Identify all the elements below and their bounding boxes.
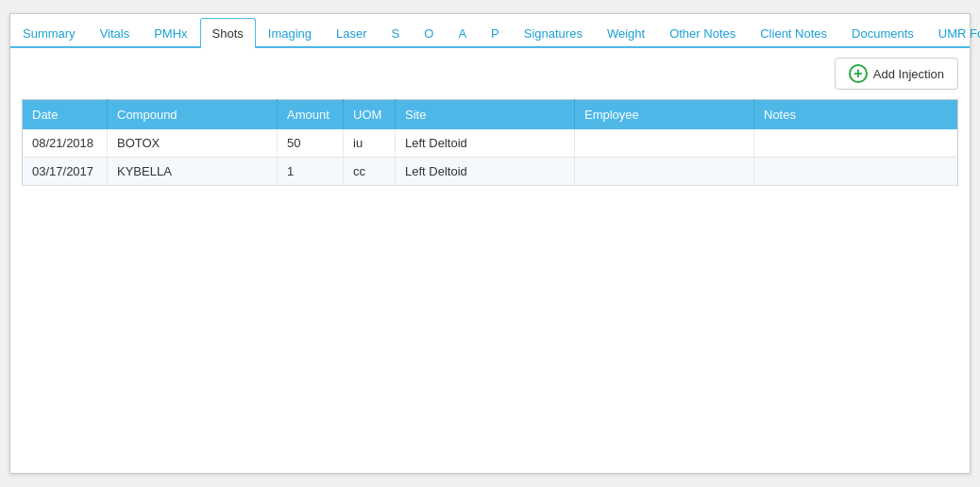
cell-employee (575, 129, 754, 158)
cell-uom: cc (344, 158, 396, 186)
tab-summary[interactable]: Summary (10, 18, 88, 48)
cell-amount: 50 (278, 129, 344, 158)
cell-amount: 1 (278, 158, 344, 186)
tab-o[interactable]: O (412, 18, 446, 48)
tab-imaging[interactable]: Imaging (256, 18, 324, 48)
th-compound: Compound (108, 100, 278, 130)
cell-date: 03/17/2017 (23, 158, 108, 186)
tab-laser[interactable]: Laser (324, 18, 380, 48)
content-area: + Add Injection DateCompoundAmountUOMSit… (10, 48, 970, 473)
cell-site: Left Deltoid (396, 129, 575, 158)
table-row[interactable]: 03/17/2017KYBELLA1ccLeft Deltoid (23, 158, 958, 186)
add-injection-label: Add Injection (873, 67, 944, 81)
cell-compound: KYBELLA (108, 158, 278, 186)
tab-pmhx[interactable]: PMHx (142, 18, 199, 48)
cell-notes (754, 158, 958, 186)
th-employee: Employee (575, 100, 754, 130)
tab-other-notes[interactable]: Other Notes (657, 18, 748, 48)
tab-shots[interactable]: Shots (200, 18, 256, 48)
table-row[interactable]: 08/21/2018BOTOX50iuLeft Deltoid (23, 129, 958, 158)
tab-p[interactable]: P (479, 18, 512, 48)
tab-weight[interactable]: Weight (595, 18, 657, 48)
th-date: Date (23, 100, 108, 130)
tab-umr-forms[interactable]: UMR Forms (926, 18, 980, 48)
tab-a[interactable]: A (446, 18, 479, 48)
cell-notes (754, 129, 958, 158)
th-notes: Notes (754, 100, 958, 130)
tab-bar: SummaryVitalsPMHxShotsImagingLaserSOAPSi… (10, 14, 970, 48)
tab-documents[interactable]: Documents (839, 18, 926, 48)
toolbar: + Add Injection (22, 58, 958, 90)
cell-employee (575, 158, 754, 186)
cell-compound: BOTOX (108, 129, 278, 158)
th-site: Site (396, 100, 575, 130)
add-injection-button[interactable]: + Add Injection (835, 58, 958, 90)
tab-s[interactable]: S (380, 18, 413, 48)
shots-table: DateCompoundAmountUOMSiteEmployeeNotes 0… (22, 99, 958, 186)
tab-client-notes[interactable]: Client Notes (748, 18, 839, 48)
table-body: 08/21/2018BOTOX50iuLeft Deltoid03/17/201… (23, 129, 958, 186)
table-header-row: DateCompoundAmountUOMSiteEmployeeNotes (23, 100, 958, 130)
cell-uom: iu (344, 129, 396, 158)
th-uom: UOM (344, 100, 396, 130)
plus-circle-icon: + (849, 64, 868, 83)
th-amount: Amount (278, 100, 344, 130)
cell-site: Left Deltoid (396, 158, 575, 186)
cell-date: 08/21/2018 (23, 129, 108, 158)
tab-signatures[interactable]: Signatures (512, 18, 595, 48)
tab-vitals[interactable]: Vitals (88, 18, 143, 48)
main-container: SummaryVitalsPMHxShotsImagingLaserSOAPSi… (9, 13, 971, 474)
